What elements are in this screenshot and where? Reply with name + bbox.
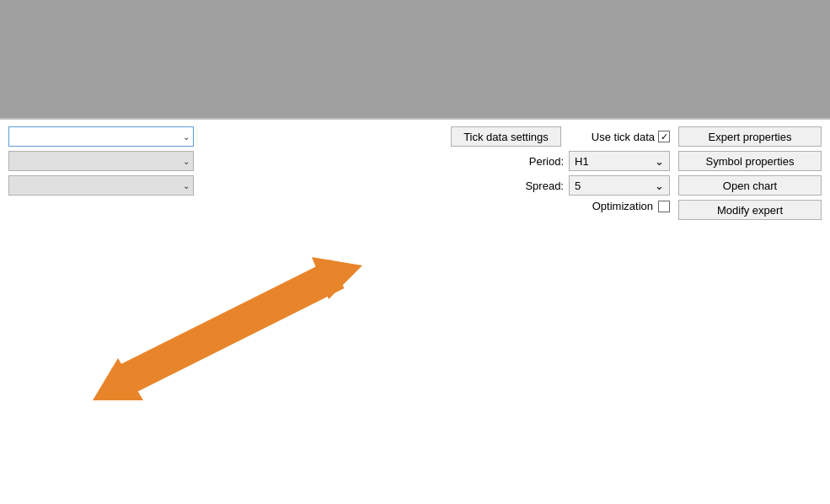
optimization-label: Optimization — [592, 200, 653, 212]
left-dropdowns-col: ⌄ ⌄ ⌄ — [8, 126, 211, 196]
svg-marker-1 — [312, 257, 362, 299]
mid-row-1: Tick data settings Use tick data — [219, 126, 670, 147]
page-wrapper: ⌄ ⌄ ⌄ Tick data settings Use tick data — [0, 0, 830, 504]
period-dropdown[interactable]: H1 ⌄ — [569, 151, 670, 171]
spread-chevron-icon: ⌄ — [655, 180, 664, 192]
symbol-properties-button[interactable]: Symbol properties — [678, 151, 822, 171]
use-tick-data-group: Use tick data — [592, 131, 670, 143]
mid-row-3: Spread: 5 ⌄ — [219, 175, 670, 196]
period-label: Period: — [529, 155, 564, 168]
top-gray-area — [0, 0, 830, 118]
use-tick-data-checkbox[interactable] — [658, 131, 670, 142]
arrow-annotation — [67, 249, 404, 400]
middle-col: Tick data settings Use tick data Period:… — [219, 126, 670, 212]
dropdown-2[interactable]: ⌄ — [8, 151, 194, 171]
period-chevron-icon: ⌄ — [655, 155, 664, 168]
tick-data-settings-button[interactable]: Tick data settings — [451, 126, 561, 147]
chevron-icon-3: ⌄ — [183, 181, 190, 190]
modify-expert-button[interactable]: Modify expert — [678, 200, 822, 220]
right-buttons-col: Expert properties Symbol properties Open… — [678, 126, 822, 220]
dropdown-3[interactable]: ⌄ — [8, 175, 194, 196]
dropdown-1[interactable]: ⌄ — [8, 126, 194, 147]
spread-dropdown[interactable]: 5 ⌄ — [569, 175, 670, 196]
spread-value: 5 — [575, 180, 581, 192]
chevron-icon-1: ⌄ — [183, 132, 190, 142]
mid-row-2: Period: H1 ⌄ — [219, 151, 670, 171]
svg-marker-2 — [93, 358, 143, 400]
period-value: H1 — [575, 155, 589, 168]
controls-area: ⌄ ⌄ ⌄ Tick data settings Use tick data — [0, 120, 830, 227]
open-chart-button[interactable]: Open chart — [678, 175, 822, 196]
chevron-icon-2: ⌄ — [183, 157, 190, 166]
expert-properties-button[interactable]: Expert properties — [678, 126, 822, 147]
spread-label: Spread: — [525, 180, 564, 192]
mid-row-4: Optimization — [219, 200, 670, 212]
use-tick-data-label: Use tick data — [592, 131, 655, 143]
optimization-checkbox[interactable] — [658, 201, 670, 212]
